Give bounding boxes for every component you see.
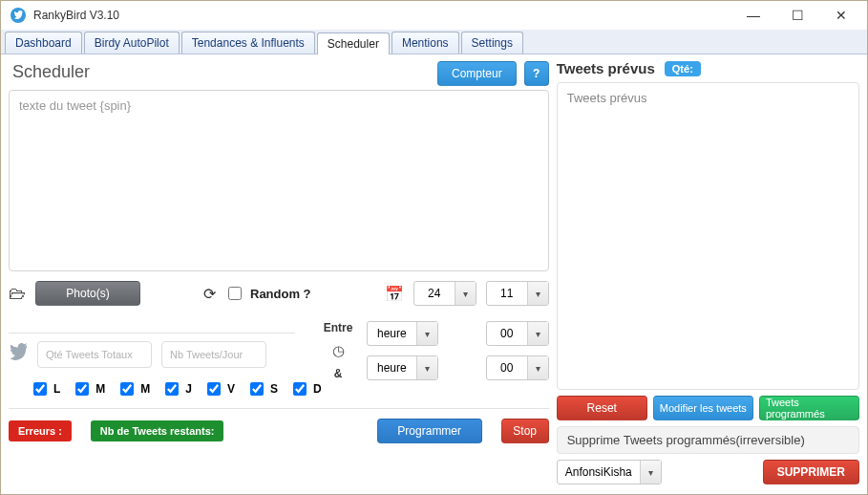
chevron-down-icon: ▾ bbox=[640, 461, 661, 484]
remaining-badge: Nb de Tweets restants: bbox=[91, 420, 224, 441]
qte-pill: Qté: bbox=[665, 61, 701, 76]
stop-button[interactable]: Stop bbox=[501, 419, 549, 443]
supprimer-button[interactable]: SUPPRIMER bbox=[763, 460, 859, 484]
calendar-icon[interactable]: 📅 bbox=[385, 285, 404, 303]
scheduler-title: Scheduler bbox=[12, 62, 430, 82]
planned-title: Tweets prévus bbox=[557, 60, 655, 76]
random-checkbox[interactable] bbox=[228, 287, 242, 300]
date-hour-select[interactable]: 24▾ bbox=[413, 281, 476, 306]
chevron-down-icon: ▾ bbox=[455, 282, 476, 305]
tweet-textarea[interactable] bbox=[9, 90, 549, 271]
day-s-checkbox[interactable] bbox=[250, 382, 264, 396]
date-min-select[interactable]: 11▾ bbox=[486, 281, 549, 306]
refresh-icon[interactable]: ⟳ bbox=[200, 285, 219, 303]
modifier-button[interactable]: Modifier les tweets bbox=[653, 396, 753, 420]
planned-list: Tweets prévus bbox=[557, 82, 859, 390]
programmes-button[interactable]: Tweets programmés bbox=[759, 396, 859, 420]
maximize-button[interactable]: ☐ bbox=[775, 1, 819, 30]
tab-settings[interactable]: Settings bbox=[461, 32, 523, 54]
random-label: Random ? bbox=[250, 287, 311, 301]
day-m1-checkbox[interactable] bbox=[75, 382, 89, 396]
twitter-icon bbox=[9, 343, 28, 366]
tab-mentions[interactable]: Mentions bbox=[392, 32, 459, 54]
window-title: RankyBird V3.10 bbox=[33, 9, 119, 22]
day-m2-checkbox[interactable] bbox=[120, 382, 134, 396]
qte-totaux-input[interactable] bbox=[37, 341, 152, 368]
tab-autopilot[interactable]: Birdy AutoPilot bbox=[84, 32, 180, 54]
day-j-checkbox[interactable] bbox=[165, 382, 179, 396]
compteur-button[interactable]: Compteur bbox=[437, 61, 517, 86]
photos-button[interactable]: Photo(s) bbox=[35, 281, 140, 306]
folder-icon[interactable]: 🗁 bbox=[9, 284, 26, 304]
tab-tendances[interactable]: Tendances & Influents bbox=[181, 32, 315, 54]
day-v-checkbox[interactable] bbox=[207, 382, 221, 396]
amp-label: & bbox=[334, 367, 343, 380]
programmer-button[interactable]: Programmer bbox=[377, 419, 482, 443]
nb-jour-input[interactable] bbox=[161, 341, 266, 368]
help-button[interactable]: ? bbox=[524, 61, 549, 86]
day-d-checkbox[interactable] bbox=[293, 382, 307, 396]
day-l-checkbox[interactable] bbox=[33, 382, 47, 396]
tab-bar: Dashboard Birdy AutoPilot Tendances & In… bbox=[1, 30, 867, 54]
entre-label: Entre bbox=[324, 321, 353, 334]
app-icon bbox=[11, 8, 26, 23]
tab-dashboard[interactable]: Dashboard bbox=[5, 32, 82, 54]
errors-badge: Erreurs : bbox=[9, 420, 72, 441]
tab-scheduler[interactable]: Scheduler bbox=[317, 32, 390, 54]
supprime-title: Supprime Tweets programmés(irreversible) bbox=[557, 426, 859, 454]
chevron-down-icon: ▾ bbox=[527, 282, 548, 305]
reset-button[interactable]: Reset bbox=[557, 396, 647, 420]
account-select[interactable]: AnfonsiKisha▾ bbox=[557, 460, 662, 484]
close-button[interactable]: ✕ bbox=[819, 1, 863, 30]
minimize-button[interactable]: — bbox=[731, 1, 775, 30]
